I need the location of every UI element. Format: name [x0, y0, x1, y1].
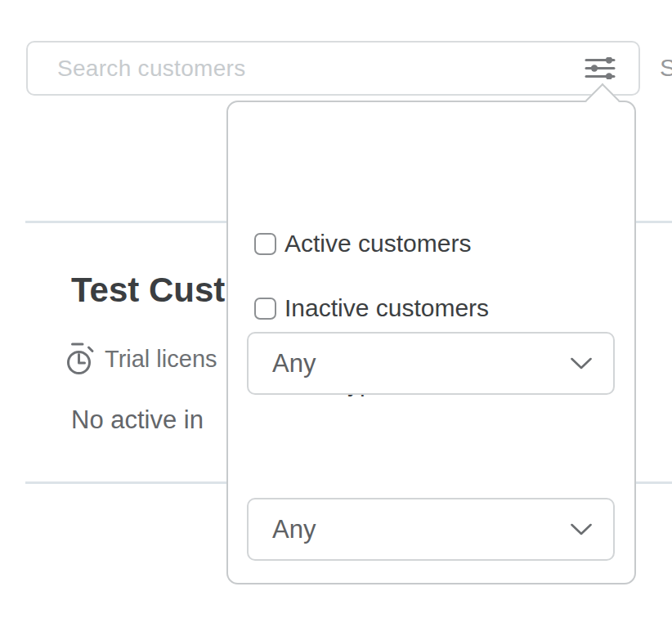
license-note: Trial licens — [105, 346, 217, 373]
customer-status-note: No active in — [71, 405, 204, 435]
active-customers-checkbox[interactable] — [254, 233, 276, 255]
license-info-row: Trial licens — [65, 342, 217, 376]
timer-icon — [65, 342, 96, 376]
chevron-down-icon — [571, 357, 592, 369]
search-input[interactable]: Search customers — [57, 43, 245, 94]
filter-popover: Active customers Inactive customers Lice… — [226, 101, 636, 584]
customer-search-box[interactable]: Search customers — [26, 41, 640, 96]
right-edge-partial-text: S — [660, 54, 672, 82]
inactive-customers-label: Inactive customers — [284, 294, 489, 322]
channel-name-value: Any — [272, 515, 316, 544]
inactive-customers-option[interactable]: Inactive customers — [254, 294, 489, 322]
license-type-value: Any — [272, 349, 316, 378]
active-customers-option[interactable]: Active customers — [254, 230, 471, 258]
active-customers-label: Active customers — [284, 230, 471, 258]
chevron-down-icon — [571, 523, 592, 535]
inactive-customers-checkbox[interactable] — [254, 298, 276, 320]
sliders-icon — [585, 57, 616, 79]
customer-name-heading: Test Cust — [71, 271, 225, 310]
channel-name-select[interactable]: Any — [247, 498, 615, 561]
license-type-select[interactable]: Any — [247, 332, 615, 395]
